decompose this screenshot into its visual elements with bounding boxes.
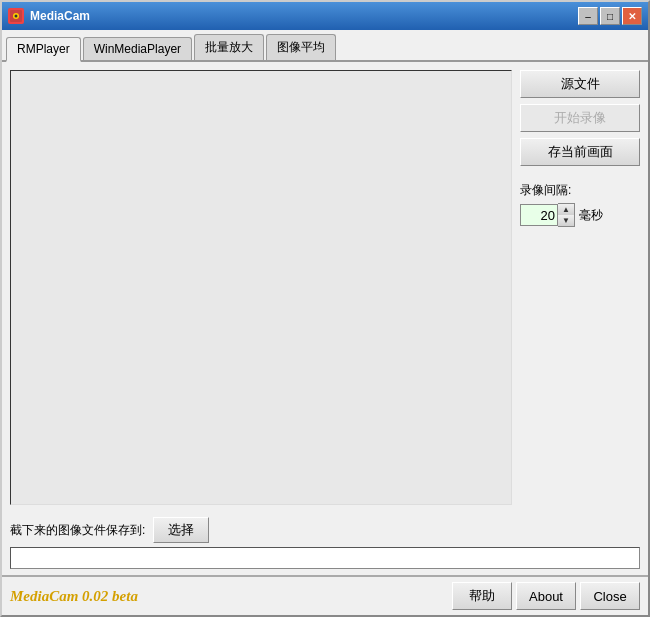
- svg-point-2: [15, 15, 18, 18]
- app-icon: [8, 8, 24, 24]
- save-frame-button[interactable]: 存当前画面: [520, 138, 640, 166]
- status-buttons: 帮助 About Close: [452, 582, 640, 610]
- status-bar: MediaCam 0.02 beta 帮助 About Close: [2, 575, 648, 615]
- interval-label: 录像间隔:: [520, 182, 640, 199]
- close-button[interactable]: Close: [580, 582, 640, 610]
- content-area: 源文件 开始录像 存当前画面 录像间隔: ▲ ▼ 毫秒: [2, 62, 648, 513]
- start-record-button[interactable]: 开始录像: [520, 104, 640, 132]
- about-button[interactable]: About: [516, 582, 576, 610]
- right-panel: 源文件 开始录像 存当前画面 录像间隔: ▲ ▼ 毫秒: [520, 70, 640, 505]
- save-row: 截下来的图像文件保存到: 选择: [10, 517, 640, 543]
- save-path-input[interactable]: [10, 547, 640, 569]
- interval-section: 录像间隔: ▲ ▼ 毫秒: [520, 182, 640, 227]
- tab-rmplayer[interactable]: RMPlayer: [6, 37, 81, 62]
- interval-unit: 毫秒: [579, 207, 603, 224]
- window-controls: – □ ✕: [578, 7, 642, 25]
- tab-winmediaplayer[interactable]: WinMediaPlayer: [83, 37, 192, 60]
- interval-row: ▲ ▼ 毫秒: [520, 203, 640, 227]
- spinner-up-button[interactable]: ▲: [558, 204, 574, 215]
- title-bar: MediaCam – □ ✕: [2, 2, 648, 30]
- tab-image-average[interactable]: 图像平均: [266, 34, 336, 60]
- bottom-section: 截下来的图像文件保存到: 选择: [2, 513, 648, 575]
- source-file-button[interactable]: 源文件: [520, 70, 640, 98]
- interval-spinner: ▲ ▼: [520, 203, 575, 227]
- window-title: MediaCam: [30, 9, 578, 23]
- spinner-arrows: ▲ ▼: [558, 203, 575, 227]
- minimize-button[interactable]: –: [578, 7, 598, 25]
- tab-batch-zoom[interactable]: 批量放大: [194, 34, 264, 60]
- save-label: 截下来的图像文件保存到:: [10, 522, 145, 539]
- maximize-button[interactable]: □: [600, 7, 620, 25]
- app-info-text: MediaCam 0.02 beta: [10, 588, 452, 605]
- window-close-button[interactable]: ✕: [622, 7, 642, 25]
- select-folder-button[interactable]: 选择: [153, 517, 209, 543]
- main-window: MediaCam – □ ✕ RMPlayer WinMediaPlayer 批…: [0, 0, 650, 617]
- tab-bar: RMPlayer WinMediaPlayer 批量放大 图像平均: [2, 30, 648, 62]
- spinner-down-button[interactable]: ▼: [558, 215, 574, 226]
- preview-area: [10, 70, 512, 505]
- help-button[interactable]: 帮助: [452, 582, 512, 610]
- interval-input[interactable]: [520, 204, 558, 226]
